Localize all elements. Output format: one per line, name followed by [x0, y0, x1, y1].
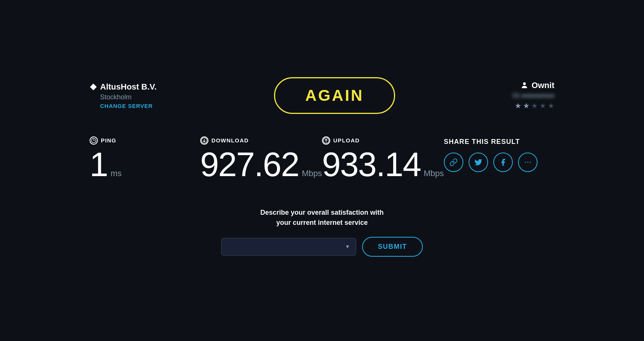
- survey-section: Describe your overall satisfaction withy…: [90, 208, 554, 279]
- share-more-button[interactable]: [518, 153, 538, 172]
- upload-label: UPLOAD: [333, 137, 360, 144]
- user-name-label: Ownit: [532, 81, 554, 90]
- facebook-icon: [499, 158, 507, 166]
- server-name-label: AltusHost B.V.: [100, 82, 157, 92]
- svg-marker-0: [90, 84, 97, 90]
- star-2: ★: [523, 101, 530, 110]
- upload-unit: Mbps: [424, 169, 444, 178]
- upload-metric: UPLOAD 933.14 Mbps: [322, 136, 444, 181]
- share-icons-row: [444, 153, 538, 172]
- upload-value-row: 933.14 Mbps: [322, 148, 444, 181]
- ping-label: PING: [101, 137, 116, 144]
- user-icon: [520, 81, 529, 90]
- ping-unit: ms: [111, 169, 121, 178]
- main-container: AltusHost B.V. Stockholm CHANGE SERVER A…: [60, 62, 584, 279]
- ping-value: 1: [90, 148, 108, 181]
- survey-controls: Very Satisfied Satisfied Neutral Dissati…: [221, 237, 423, 257]
- download-header: DOWNLOAD: [200, 136, 322, 145]
- share-twitter-button[interactable]: [469, 153, 488, 172]
- download-unit: Mbps: [302, 169, 322, 178]
- download-metric: DOWNLOAD 927.62 Mbps: [200, 136, 322, 181]
- download-value: 927.62: [200, 148, 299, 181]
- metrics-row: PING 1 ms DOWNLOAD 927.62 Mbps: [90, 136, 554, 181]
- user-name-row: Ownit: [520, 81, 554, 90]
- share-facebook-button[interactable]: [493, 153, 513, 172]
- ping-value-row: 1 ms: [90, 148, 200, 181]
- upload-icon: [322, 136, 330, 145]
- star-rating: ★ ★ ★ ★ ★: [515, 101, 554, 110]
- again-button[interactable]: AGAIN: [274, 77, 395, 114]
- upload-value: 933.14: [322, 148, 421, 181]
- change-server-link[interactable]: CHANGE SERVER: [100, 103, 157, 109]
- submit-button[interactable]: SUBMIT: [362, 237, 423, 257]
- server-location: Stockholm: [100, 93, 157, 101]
- ping-metric: PING 1 ms: [90, 136, 200, 181]
- twitter-icon: [474, 158, 482, 166]
- star-5: ★: [548, 101, 554, 110]
- share-link-button[interactable]: [444, 153, 463, 172]
- upload-header: UPLOAD: [322, 136, 444, 145]
- survey-select-wrapper: Very Satisfied Satisfied Neutral Dissati…: [221, 238, 356, 256]
- server-name-row: AltusHost B.V.: [90, 82, 157, 92]
- star-4: ★: [539, 101, 546, 110]
- server-diamond-icon: [90, 83, 97, 91]
- download-label: DOWNLOAD: [211, 137, 249, 144]
- svg-point-6: [527, 162, 529, 163]
- star-1: ★: [515, 101, 521, 110]
- download-icon: [200, 136, 208, 145]
- svg-point-7: [530, 162, 531, 163]
- more-icon: [524, 158, 532, 166]
- server-info: AltusHost B.V. Stockholm CHANGE SERVER: [90, 82, 157, 109]
- share-title: SHARE THIS RESULT: [444, 138, 520, 146]
- svg-point-5: [525, 162, 526, 163]
- link-icon: [449, 158, 458, 166]
- top-row: AltusHost B.V. Stockholm CHANGE SERVER A…: [90, 62, 554, 114]
- survey-select[interactable]: Very Satisfied Satisfied Neutral Dissati…: [221, 238, 356, 256]
- ping-header: PING: [90, 136, 200, 145]
- star-3: ★: [531, 101, 538, 110]
- user-info: Ownit 84.●●●●●●●● ★ ★ ★ ★ ★: [512, 81, 554, 110]
- download-value-row: 927.62 Mbps: [200, 148, 322, 181]
- user-ip: 84.●●●●●●●●: [512, 92, 554, 100]
- share-section: SHARE THIS RESULT: [444, 136, 554, 172]
- ping-icon: [90, 136, 98, 145]
- survey-text: Describe your overall satisfaction withy…: [260, 208, 383, 228]
- svg-point-1: [523, 82, 526, 85]
